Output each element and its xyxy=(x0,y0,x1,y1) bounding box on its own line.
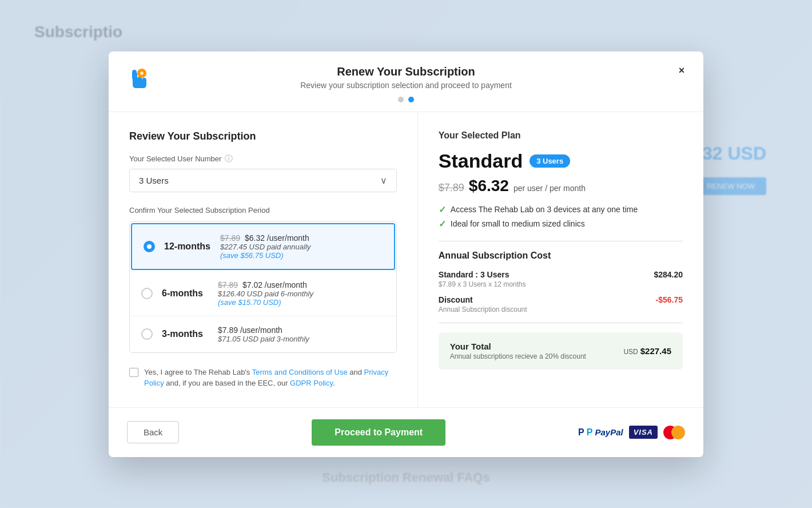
user-number-select[interactable]: 3 Users ∨ xyxy=(129,169,397,192)
terms-text-before: Yes, I agree to The Rehab Lab's xyxy=(144,368,252,376)
modal-footer: Back Proceed to Payment PP PayPal VISA xyxy=(109,407,703,457)
annual-3months: $71.05 USD paid 3-monthly xyxy=(218,335,309,343)
plan-price-3months: $7.89 /user/month xyxy=(218,326,309,335)
total-value: USD$227.45 xyxy=(623,346,671,356)
users-badge: 3 Users xyxy=(530,154,570,168)
paypal-icon: PP PayPal xyxy=(578,427,623,438)
original-price-12months: $7.89 xyxy=(220,233,240,243)
right-panel: Your Selected Plan Standard 3 Users $7.8… xyxy=(418,112,703,407)
left-section-title: Review Your Subscription xyxy=(129,130,397,142)
total-sublabel: Annual subscriptions recieve a 20% disco… xyxy=(450,352,586,360)
user-number-value: 3 Users xyxy=(139,176,169,185)
close-button[interactable]: × xyxy=(674,63,690,79)
annual-6months: $126.40 USD paid 6-monthly xyxy=(218,289,313,298)
check-icon-2: ✓ xyxy=(439,219,446,229)
mc-circle-orange xyxy=(671,426,685,439)
terms-text-mid: and xyxy=(348,368,364,376)
plan-name-3months: 3-months xyxy=(162,329,213,339)
total-currency: USD xyxy=(623,348,638,356)
info-icon: ⓘ xyxy=(225,154,233,164)
current-price-3months: $7.89 /user/month xyxy=(218,326,282,335)
cost-row-2-label-group: Discount Annual Subscription discount xyxy=(439,295,527,313)
terms-text-end: . xyxy=(333,379,335,387)
savings-6months: (save $15.70 USD) xyxy=(218,298,313,307)
modal-title: Renew Your Subscription xyxy=(127,65,685,78)
svg-rect-3 xyxy=(141,72,143,75)
cost-row-2-sublabel: Annual Subscription discount xyxy=(439,305,527,313)
terms-link3[interactable]: GDPR Policy xyxy=(290,379,333,387)
paypal-text: PayPal xyxy=(595,427,623,437)
paypal-p-blue: P xyxy=(578,427,584,438)
current-price-6months: $7.02 /user/month xyxy=(242,280,307,289)
right-section-title: Your Selected Plan xyxy=(439,130,683,141)
total-label: Your Total xyxy=(450,342,586,351)
radio-12months xyxy=(144,241,155,252)
terms-link1[interactable]: Terms and Conditions of Use xyxy=(252,368,348,376)
paypal-p-light: P xyxy=(587,427,593,438)
proceed-to-payment-button[interactable]: Proceed to Payment xyxy=(312,419,445,446)
feature-item-2: ✓ Ideal for small to medium sized clinic… xyxy=(439,219,683,229)
plan-heading-name: Standard xyxy=(439,150,523,172)
plan-option-3months[interactable]: 3-months $7.89 /user/month $71.05 USD pa… xyxy=(130,316,396,352)
step-dot-2 xyxy=(408,97,414,102)
total-box: Your Total Annual subscriptions recieve … xyxy=(439,332,683,370)
original-price-6months: $7.89 xyxy=(218,280,238,289)
check-icon-1: ✓ xyxy=(439,204,446,215)
svg-rect-0 xyxy=(132,70,137,80)
modal-body: Review Your Subscription Your Selected U… xyxy=(109,112,703,407)
current-price-12months: $6.32 /user/month xyxy=(245,233,309,243)
feature-item-1: ✓ Access The Rehab Lab on 3 devices at a… xyxy=(439,204,683,215)
cost-row-2-label: Discount xyxy=(439,295,527,304)
plan-price-12months: $7.89 $6.32 /user/month xyxy=(220,233,311,243)
price-period: per user / per month xyxy=(514,184,586,193)
plan-pricing-12months: $7.89 $6.32 /user/month $227.45 USD paid… xyxy=(220,233,311,260)
cost-row-1-value: $284.20 xyxy=(654,270,683,288)
annual-12months: $227.45 USD paid annually xyxy=(220,243,311,251)
divider-2 xyxy=(439,323,683,323)
plan-option-12months[interactable]: 12-months $7.89 $6.32 /user/month $227.4… xyxy=(131,223,395,270)
step-dot-1 xyxy=(398,97,404,102)
price-row: $7.89 $6.32 per user / per month xyxy=(439,177,683,195)
plan-option-6months[interactable]: 6-months $7.89 $7.02 /user/month $126.40… xyxy=(130,271,396,316)
modal-subtitle: Review your subscription selection and p… xyxy=(127,81,685,90)
app-logo xyxy=(125,63,152,90)
step-indicator xyxy=(127,97,685,102)
radio-3months xyxy=(141,328,153,340)
visa-icon: VISA xyxy=(629,426,658,439)
plan-heading-row: Standard 3 Users xyxy=(439,150,683,172)
feature-text-2: Ideal for small to medium sized clinics xyxy=(451,219,585,228)
cost-row-1-sublabel: $7.89 x 3 Users x 12 months xyxy=(439,280,526,288)
original-price: $7.89 xyxy=(439,182,464,194)
radio-6months xyxy=(141,288,153,299)
modal-header: Renew Your Subscription Review your subs… xyxy=(109,51,703,112)
left-panel: Review Your Subscription Your Selected U… xyxy=(109,112,418,407)
total-amount: $227.45 xyxy=(640,346,671,356)
terms-section: Yes, I agree to The Rehab Lab's Terms an… xyxy=(129,367,397,389)
terms-checkbox[interactable] xyxy=(129,368,138,377)
cost-row-1: Standard : 3 Users $7.89 x 3 Users x 12 … xyxy=(439,270,683,288)
back-button[interactable]: Back xyxy=(127,421,179,443)
subscription-modal: Renew Your Subscription Review your subs… xyxy=(109,51,703,457)
cost-row-2-value: -$56.75 xyxy=(656,295,683,313)
current-price: $6.32 xyxy=(469,177,509,195)
cost-row-1-label: Standard : 3 Users xyxy=(439,270,526,279)
plan-name-12months: 12-months xyxy=(164,241,216,252)
payment-icons: PP PayPal VISA xyxy=(578,426,685,439)
plan-pricing-6months: $7.89 $7.02 /user/month $126.40 USD paid… xyxy=(218,280,313,307)
plan-price-6months: $7.89 $7.02 /user/month xyxy=(218,280,313,289)
total-label-group: Your Total Annual subscriptions recieve … xyxy=(450,342,586,360)
plan-name-6months: 6-months xyxy=(162,288,213,299)
terms-text-after: and, if you are based in the EEC, our xyxy=(164,379,290,387)
cost-row-1-label-group: Standard : 3 Users $7.89 x 3 Users x 12 … xyxy=(439,270,526,288)
user-number-label: Your Selected User Number ⓘ xyxy=(129,154,397,164)
plan-pricing-3months: $7.89 /user/month $71.05 USD paid 3-mont… xyxy=(218,326,309,343)
terms-text: Yes, I agree to The Rehab Lab's Terms an… xyxy=(144,367,397,389)
features-list: ✓ Access The Rehab Lab on 3 devices at a… xyxy=(439,204,683,229)
mastercard-icon xyxy=(663,426,685,439)
cost-row-2: Discount Annual Subscription discount -$… xyxy=(439,295,683,313)
period-label: Confirm Your Selected Subscription Perio… xyxy=(129,206,397,215)
chevron-down-icon: ∨ xyxy=(380,175,387,186)
savings-12months: (save $56.75 USD) xyxy=(220,251,311,260)
plan-options-container: 12-months $7.89 $6.32 /user/month $227.4… xyxy=(129,221,397,353)
feature-text-1: Access The Rehab Lab on 3 devices at any… xyxy=(451,205,638,214)
